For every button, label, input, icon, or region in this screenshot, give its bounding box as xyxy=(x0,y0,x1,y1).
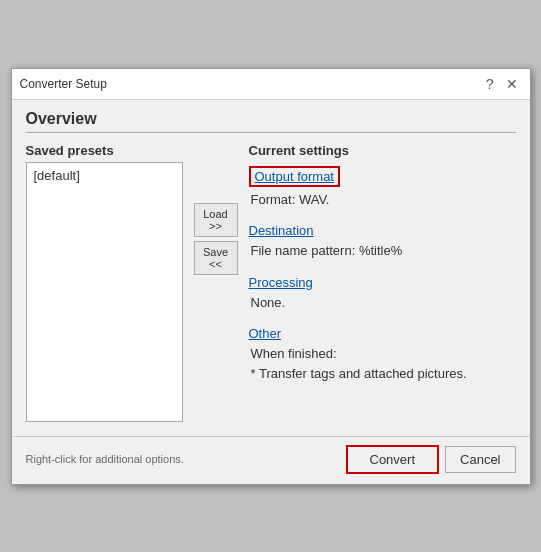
output-format-value: Format: WAV. xyxy=(249,190,516,210)
presets-list: [default] xyxy=(26,162,183,422)
other-value: When finished:* Transfer tags and attach… xyxy=(249,344,516,383)
overview-title: Overview xyxy=(26,110,516,133)
saved-presets-label: Saved presets xyxy=(26,143,183,158)
destination-section: Destination File name pattern: %title% xyxy=(249,223,516,261)
load-button[interactable]: Load>> xyxy=(194,203,238,237)
save-button[interactable]: Save<< xyxy=(194,241,238,275)
destination-link[interactable]: Destination xyxy=(249,223,314,238)
output-format-section: Output format Format: WAV. xyxy=(249,166,516,210)
right-panel: Current settings Output format Format: W… xyxy=(241,143,516,422)
title-bar-left: Converter Setup xyxy=(20,77,107,91)
processing-value: None. xyxy=(249,293,516,313)
close-button[interactable]: ✕ xyxy=(502,75,522,93)
content-area: Saved presets [default] Load>> Save<< Cu… xyxy=(26,143,516,422)
other-section: Other When finished:* Transfer tags and … xyxy=(249,326,516,383)
other-link[interactable]: Other xyxy=(249,326,282,341)
destination-value: File name pattern: %title% xyxy=(249,241,516,261)
title-bar: Converter Setup ? ✕ xyxy=(12,69,530,100)
help-button[interactable]: ? xyxy=(482,75,498,93)
dialog-body: Overview Saved presets [default] Load>> … xyxy=(12,100,530,432)
processing-section: Processing None. xyxy=(249,275,516,313)
cancel-button[interactable]: Cancel xyxy=(445,446,515,473)
dialog-window: Converter Setup ? ✕ Overview Saved prese… xyxy=(11,68,531,485)
title-bar-right: ? ✕ xyxy=(482,75,522,93)
left-panel: Saved presets [default] xyxy=(26,143,191,422)
dialog-title: Converter Setup xyxy=(20,77,107,91)
preset-item-default[interactable]: [default] xyxy=(30,166,179,185)
current-settings-label: Current settings xyxy=(249,143,516,158)
middle-buttons: Load>> Save<< xyxy=(191,143,241,422)
processing-link[interactable]: Processing xyxy=(249,275,313,290)
output-format-link[interactable]: Output format xyxy=(249,166,340,187)
right-click-hint: Right-click for additional options. xyxy=(26,453,184,465)
action-buttons: Convert Cancel xyxy=(346,445,516,474)
convert-button[interactable]: Convert xyxy=(346,445,440,474)
bottom-bar: Right-click for additional options. Conv… xyxy=(12,436,530,484)
